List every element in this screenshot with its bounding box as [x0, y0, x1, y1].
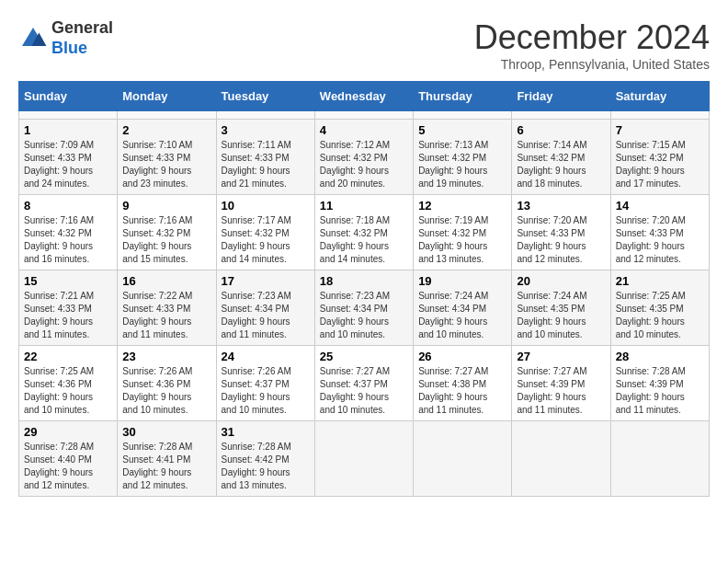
day-info: Sunrise: 7:25 AMSunset: 4:35 PMDaylight:…	[616, 290, 704, 341]
col-header-wednesday: Wednesday	[314, 82, 413, 111]
day-info: Sunrise: 7:27 AMSunset: 4:39 PMDaylight:…	[517, 365, 605, 417]
day-number: 30	[122, 425, 210, 439]
day-cell-3: 3Sunrise: 7:11 AMSunset: 4:33 PMDaylight…	[216, 120, 314, 195]
location: Throop, Pennsylvania, United States	[474, 57, 710, 72]
day-cell-17: 17Sunrise: 7:23 AMSunset: 4:34 PMDayligh…	[216, 270, 314, 346]
day-number: 7	[616, 123, 704, 137]
day-info: Sunrise: 7:21 AMSunset: 4:33 PMDaylight:…	[24, 290, 112, 341]
week-row-1	[19, 111, 710, 120]
empty-cell	[414, 421, 512, 497]
day-info: Sunrise: 7:27 AMSunset: 4:38 PMDaylight:…	[418, 365, 506, 417]
day-number: 19	[418, 274, 506, 288]
logo-blue: Blue	[51, 39, 113, 59]
empty-cell	[314, 111, 413, 120]
month-title: December 2024	[474, 18, 710, 57]
day-info: Sunrise: 7:16 AMSunset: 4:32 PMDaylight:…	[24, 214, 112, 266]
day-info: Sunrise: 7:15 AMSunset: 4:32 PMDaylight:…	[616, 139, 704, 190]
day-cell-9: 9Sunrise: 7:16 AMSunset: 4:32 PMDaylight…	[118, 195, 216, 270]
logo: General Blue	[18, 18, 113, 58]
day-info: Sunrise: 7:26 AMSunset: 4:36 PMDaylight:…	[122, 365, 210, 417]
day-info: Sunrise: 7:28 AMSunset: 4:39 PMDaylight:…	[616, 365, 704, 417]
day-number: 9	[122, 199, 210, 213]
day-number: 11	[320, 199, 408, 213]
day-number: 21	[616, 274, 704, 288]
day-number: 3	[222, 123, 310, 137]
day-info: Sunrise: 7:23 AMSunset: 4:34 PMDaylight:…	[222, 290, 310, 341]
week-row-4: 15Sunrise: 7:21 AMSunset: 4:33 PMDayligh…	[19, 270, 710, 346]
day-number: 28	[616, 350, 704, 363]
day-cell-7: 7Sunrise: 7:15 AMSunset: 4:32 PMDaylight…	[610, 120, 709, 195]
day-info: Sunrise: 7:28 AMSunset: 4:42 PMDaylight:…	[222, 441, 310, 492]
day-number: 1	[24, 123, 112, 137]
title-block: December 2024 Throop, Pennsylvania, Unit…	[474, 18, 710, 72]
empty-cell	[610, 111, 709, 120]
day-number: 24	[222, 350, 310, 363]
day-cell-8: 8Sunrise: 7:16 AMSunset: 4:32 PMDaylight…	[19, 195, 118, 270]
day-number: 4	[320, 123, 408, 137]
day-cell-2: 2Sunrise: 7:10 AMSunset: 4:33 PMDaylight…	[118, 120, 216, 195]
day-cell-15: 15Sunrise: 7:21 AMSunset: 4:33 PMDayligh…	[19, 270, 118, 346]
day-info: Sunrise: 7:27 AMSunset: 4:37 PMDaylight:…	[320, 365, 408, 417]
day-number: 6	[517, 123, 605, 137]
col-header-tuesday: Tuesday	[216, 82, 314, 111]
empty-cell	[118, 111, 216, 120]
day-info: Sunrise: 7:22 AMSunset: 4:33 PMDaylight:…	[122, 290, 210, 341]
day-info: Sunrise: 7:16 AMSunset: 4:32 PMDaylight:…	[122, 214, 210, 266]
empty-cell	[19, 111, 118, 120]
day-cell-21: 21Sunrise: 7:25 AMSunset: 4:35 PMDayligh…	[610, 270, 709, 346]
day-cell-16: 16Sunrise: 7:22 AMSunset: 4:33 PMDayligh…	[118, 270, 216, 346]
day-cell-20: 20Sunrise: 7:24 AMSunset: 4:35 PMDayligh…	[512, 270, 610, 346]
day-cell-31: 31Sunrise: 7:28 AMSunset: 4:42 PMDayligh…	[216, 421, 314, 497]
empty-cell	[512, 111, 610, 120]
col-header-thursday: Thursday	[414, 82, 512, 111]
day-cell-23: 23Sunrise: 7:26 AMSunset: 4:36 PMDayligh…	[118, 346, 216, 421]
day-cell-18: 18Sunrise: 7:23 AMSunset: 4:34 PMDayligh…	[314, 270, 413, 346]
empty-cell	[512, 421, 610, 497]
day-number: 22	[24, 350, 112, 363]
day-number: 10	[222, 199, 310, 213]
day-cell-11: 11Sunrise: 7:18 AMSunset: 4:32 PMDayligh…	[314, 195, 413, 270]
day-cell-27: 27Sunrise: 7:27 AMSunset: 4:39 PMDayligh…	[512, 346, 610, 421]
day-number: 26	[418, 350, 506, 363]
day-number: 14	[616, 199, 704, 213]
day-info: Sunrise: 7:13 AMSunset: 4:32 PMDaylight:…	[418, 139, 506, 190]
day-info: Sunrise: 7:19 AMSunset: 4:32 PMDaylight:…	[418, 214, 506, 266]
day-cell-25: 25Sunrise: 7:27 AMSunset: 4:37 PMDayligh…	[314, 346, 413, 421]
day-info: Sunrise: 7:14 AMSunset: 4:32 PMDaylight:…	[517, 139, 605, 190]
calendar-header-row: SundayMondayTuesdayWednesdayThursdayFrid…	[19, 82, 710, 111]
day-number: 2	[122, 123, 210, 137]
day-cell-22: 22Sunrise: 7:25 AMSunset: 4:36 PMDayligh…	[19, 346, 118, 421]
day-info: Sunrise: 7:17 AMSunset: 4:32 PMDaylight:…	[222, 214, 310, 266]
day-cell-29: 29Sunrise: 7:28 AMSunset: 4:40 PMDayligh…	[19, 421, 118, 497]
day-cell-1: 1Sunrise: 7:09 AMSunset: 4:33 PMDaylight…	[19, 120, 118, 195]
day-number: 12	[418, 199, 506, 213]
day-number: 31	[222, 425, 310, 439]
empty-cell	[414, 111, 512, 120]
day-number: 15	[24, 274, 112, 288]
col-header-saturday: Saturday	[610, 82, 709, 111]
day-cell-24: 24Sunrise: 7:26 AMSunset: 4:37 PMDayligh…	[216, 346, 314, 421]
day-number: 23	[122, 350, 210, 363]
day-number: 16	[122, 274, 210, 288]
logo-general: General	[51, 18, 113, 39]
logo-text: General Blue	[51, 18, 113, 58]
day-info: Sunrise: 7:25 AMSunset: 4:36 PMDaylight:…	[24, 365, 112, 417]
day-number: 18	[320, 274, 408, 288]
day-number: 27	[517, 350, 605, 363]
page-header: General Blue December 2024 Throop, Penns…	[18, 18, 710, 72]
logo-icon	[18, 24, 48, 53]
week-row-3: 8Sunrise: 7:16 AMSunset: 4:32 PMDaylight…	[19, 195, 710, 270]
day-info: Sunrise: 7:23 AMSunset: 4:34 PMDaylight:…	[320, 290, 408, 341]
day-info: Sunrise: 7:20 AMSunset: 4:33 PMDaylight:…	[616, 214, 704, 266]
day-number: 25	[320, 350, 408, 363]
day-info: Sunrise: 7:24 AMSunset: 4:35 PMDaylight:…	[517, 290, 605, 341]
week-row-5: 22Sunrise: 7:25 AMSunset: 4:36 PMDayligh…	[19, 346, 710, 421]
day-number: 8	[24, 199, 112, 213]
col-header-sunday: Sunday	[19, 82, 118, 111]
day-cell-10: 10Sunrise: 7:17 AMSunset: 4:32 PMDayligh…	[216, 195, 314, 270]
day-number: 29	[24, 425, 112, 439]
empty-cell	[216, 111, 314, 120]
day-number: 20	[517, 274, 605, 288]
day-number: 13	[517, 199, 605, 213]
empty-cell	[610, 421, 709, 497]
